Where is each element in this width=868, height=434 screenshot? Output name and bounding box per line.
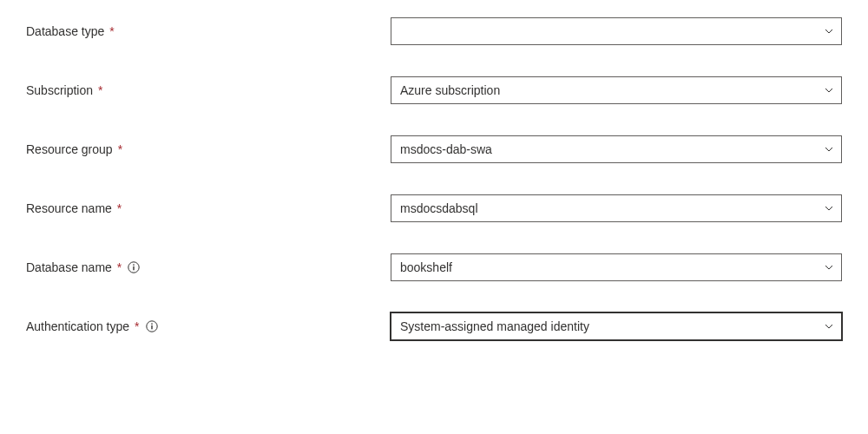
chevron-down-icon [824, 321, 834, 332]
authentication-type-value: System-assigned managed identity [400, 319, 589, 333]
chevron-down-icon [824, 26, 834, 36]
field-authentication-type-label-col: Authentication type * [26, 319, 391, 333]
authentication-type-dropdown[interactable]: System-assigned managed identity [391, 312, 842, 340]
required-marker: * [117, 260, 122, 274]
field-subscription-control: Azure subscription [391, 76, 842, 104]
required-marker: * [98, 83, 102, 97]
field-database-type-label: Database type [26, 24, 104, 38]
info-icon[interactable] [128, 261, 140, 273]
field-subscription-row: Subscription * Azure subscription [26, 76, 842, 104]
svg-rect-2 [134, 266, 135, 271]
field-subscription-label: Subscription [26, 83, 93, 97]
field-subscription-label-col: Subscription * [26, 83, 391, 97]
svg-rect-5 [151, 326, 152, 330]
field-database-name-control: bookshelf [391, 253, 842, 281]
field-resource-name-row: Resource name * msdocsdabsql [26, 194, 842, 222]
resource-name-dropdown[interactable]: msdocsdabsql [391, 194, 842, 222]
chevron-down-icon [824, 203, 834, 214]
required-marker: * [109, 24, 114, 38]
field-resource-group-control: msdocs-dab-swa [391, 135, 842, 163]
svg-point-4 [151, 323, 153, 325]
field-authentication-type-label: Authentication type [26, 319, 129, 333]
form-container: Database type * Subscription * Azure sub… [26, 17, 842, 340]
info-icon[interactable] [146, 320, 158, 332]
field-resource-group-row: Resource group * msdocs-dab-swa [26, 135, 842, 163]
field-authentication-type-row: Authentication type * System-assigned ma… [26, 312, 842, 340]
field-database-type-label-col: Database type * [26, 24, 391, 38]
database-type-dropdown[interactable] [391, 17, 842, 45]
required-marker: * [135, 319, 139, 333]
field-resource-name-label: Resource name [26, 201, 112, 215]
required-marker: * [117, 201, 122, 215]
chevron-down-icon [824, 262, 834, 273]
chevron-down-icon [824, 144, 834, 155]
field-authentication-type-control: System-assigned managed identity [391, 312, 842, 340]
chevron-down-icon [824, 85, 834, 95]
subscription-dropdown[interactable]: Azure subscription [391, 76, 842, 104]
field-database-name-row: Database name * bookshelf [26, 253, 842, 281]
database-name-dropdown[interactable]: bookshelf [391, 253, 842, 281]
field-resource-group-label: Resource group [26, 142, 113, 156]
resource-group-value: msdocs-dab-swa [400, 142, 492, 156]
subscription-value: Azure subscription [400, 83, 500, 97]
field-database-type-control [391, 17, 842, 45]
svg-point-1 [133, 264, 135, 266]
field-database-name-label: Database name [26, 260, 112, 274]
field-database-type-row: Database type * [26, 17, 842, 45]
database-name-value: bookshelf [400, 260, 452, 274]
required-marker: * [118, 142, 122, 156]
field-resource-name-label-col: Resource name * [26, 201, 391, 215]
resource-name-value: msdocsdabsql [400, 201, 478, 215]
field-resource-name-control: msdocsdabsql [391, 194, 842, 222]
field-resource-group-label-col: Resource group * [26, 142, 391, 156]
field-database-name-label-col: Database name * [26, 260, 391, 274]
resource-group-dropdown[interactable]: msdocs-dab-swa [391, 135, 842, 163]
